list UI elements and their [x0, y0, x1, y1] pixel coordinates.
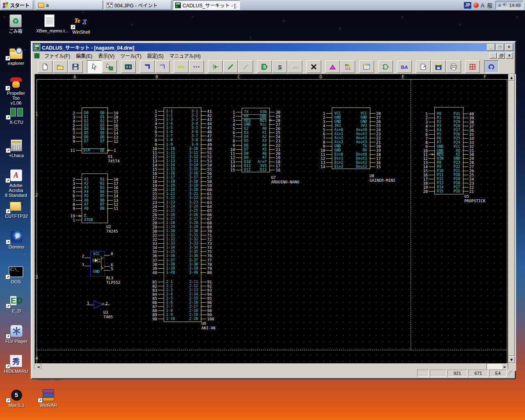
- toolbar-delete-button[interactable]: [306, 60, 321, 73]
- toolbar-draw-dotted-button[interactable]: [189, 60, 204, 73]
- pin-lead: [76, 133, 82, 133]
- taskbar-task-folder-a[interactable]: a: [36, 0, 103, 10]
- menu-item-5[interactable]: マニュアル(H): [167, 51, 203, 60]
- pin-label: 2-12: [164, 284, 198, 288]
- toolbar-undo-button[interactable]: [484, 60, 499, 73]
- titlebar[interactable]: CADLUS_サーキット - [nagasm_04.drw] _ □ ×: [33, 43, 514, 51]
- desktop-icon-e-d[interactable]: ED↗E_D: [3, 294, 30, 313]
- desktop-icon-propeller-tool[interactable]: ↗Propeller Toov1.06: [3, 76, 29, 105]
- close-button[interactable]: ×: [505, 44, 513, 51]
- pin-lead: [201, 215, 206, 215]
- pin-lead: [236, 112, 242, 112]
- toolbar-sheet-grid-button[interactable]: [465, 60, 480, 73]
- tray-collapse-chevron[interactable]: «: [498, 2, 501, 8]
- menu-item-1[interactable]: 編集(E): [73, 51, 95, 60]
- pin-lead: [76, 113, 82, 113]
- pin-label: P19: [434, 177, 460, 181]
- desktop-icon-hidemaru[interactable]: 秀↗HIDEMARU: [3, 354, 29, 374]
- toolbar-draw-wire-thin-button[interactable]: [155, 60, 170, 73]
- desktop-icon-winrar[interactable]: ↗WinRAR: [35, 388, 62, 408]
- toolbar-text-s-button[interactable]: S: [272, 60, 287, 73]
- desktop-icon-max[interactable]: 5↗Max 5.1: [3, 388, 30, 408]
- pin-lead: [158, 153, 164, 153]
- maximize-button[interactable]: □: [496, 44, 504, 51]
- desktop-icon-explorer[interactable]: ↗explorer: [3, 46, 29, 66]
- toolbar-draw-line-thin-button[interactable]: [238, 60, 253, 73]
- toolbar-parts-list-button[interactable]: [359, 60, 374, 73]
- pin-label: 3-20: [164, 188, 198, 192]
- toolbar-draw-wire-button[interactable]: [140, 60, 155, 73]
- pin-number: 3: [78, 262, 84, 267]
- volume-icon[interactable]: [502, 2, 507, 8]
- pin-label: 3-2: [164, 114, 198, 117]
- menu-item-2[interactable]: 表示(V): [95, 51, 117, 60]
- desktop-icon-dos[interactable]: C:\_↗DOS: [3, 265, 29, 284]
- pin-label: Q5: [82, 131, 105, 135]
- toolbar-open-file-button[interactable]: [53, 60, 68, 73]
- desktop-icon-winshell[interactable]: TeX↗WinShell: [68, 15, 94, 34]
- pin-label: 3-37: [164, 258, 198, 262]
- desktop-icon-cuteftp[interactable]: FTP↗CUTFTP32: [3, 199, 30, 219]
- opto-gnd-label: GND: [93, 270, 100, 274]
- ime-mode-indicator[interactable]: A 般: [481, 1, 493, 9]
- ime-ball-icon[interactable]: [473, 2, 479, 8]
- pin-label: 3V3: [332, 124, 367, 128]
- toolbar-select-cursor-button[interactable]: [87, 60, 102, 73]
- shortcut-arrow-icon: ↗: [71, 25, 75, 30]
- pin-lead: [463, 151, 468, 151]
- pin-lead: [429, 187, 434, 187]
- pin-label: A4: [242, 144, 267, 147]
- pin-lead: [463, 191, 468, 192]
- toolbar-signal-flag-button[interactable]: S: [257, 60, 272, 73]
- toolbar-new-file-button[interactable]: [38, 60, 52, 73]
- toolbar-save-block-button[interactable]: [431, 60, 446, 73]
- toolbar-block-attribute-button[interactable]: BA: [397, 60, 412, 73]
- pin-lead: [158, 315, 164, 315]
- toolbar-draw-line-button[interactable]: [223, 60, 238, 73]
- toolbar-print-button[interactable]: [446, 60, 461, 73]
- pin-lead: [370, 138, 375, 138]
- toolbar-grid-settings-button[interactable]: [121, 60, 136, 73]
- taskbar-task-paint[interactable]: 004.JPG - ペイント: [104, 0, 171, 10]
- menu-item-0[interactable]: ファイル(F): [41, 51, 73, 60]
- menu-item-4[interactable]: 設定(S): [144, 51, 167, 60]
- scroll-up-button[interactable]: ▲: [508, 74, 515, 81]
- desktop-icon-flv-player[interactable]: ↗FLV Player: [3, 324, 30, 344]
- desktop-icon-recycle-bin[interactable]: ♻ごみ箱: [2, 14, 29, 34]
- schematic-canvas[interactable]: ABCDEF 1234 2D0Q0193D1Q1184D2Q2175D3Q316…: [35, 74, 508, 363]
- toolbar-junction-button[interactable]: [208, 60, 223, 73]
- component-ref: RL3: [106, 276, 113, 280]
- pin-lead: [158, 157, 164, 157]
- mdi-minimize-button[interactable]: _: [489, 52, 497, 59]
- mdi-close-button[interactable]: ×: [506, 52, 513, 59]
- pin-lead: [158, 227, 164, 227]
- vertical-scroll-thumb[interactable]: [508, 81, 515, 356]
- scroll-down-button[interactable]: ▼: [508, 356, 515, 363]
- ime-jp-indicator[interactable]: JP: [464, 2, 471, 9]
- mdi-restore-button[interactable]: [498, 52, 505, 59]
- pin-number: 48: [207, 138, 212, 142]
- minimize-button[interactable]: _: [487, 44, 495, 51]
- start-button[interactable]: スタート: [1, 0, 33, 10]
- pin-lead: [269, 141, 275, 141]
- toolbar-draw-bus-button[interactable]: [174, 60, 189, 73]
- menu-item-3[interactable]: ツール(T): [117, 51, 144, 60]
- toolbar-save-file-button[interactable]: [68, 60, 83, 73]
- toolbar-gate-tool-button[interactable]: [378, 60, 393, 73]
- toolbar-probe-pins-button[interactable]: [340, 60, 355, 73]
- desktop-icon-acrobat[interactable]: A↗Adobe Acroba8 Standard: [3, 168, 29, 198]
- pin-lead: [429, 114, 434, 114]
- desktop-icon-x-ctu[interactable]: ↗X-CTU: [3, 105, 30, 125]
- toolbar-text-abc-button[interactable]: AbcAbc: [288, 60, 302, 73]
- vertical-scrollbar[interactable]: ▲ ▼: [508, 74, 515, 363]
- toolbar-export-file-button[interactable]: [416, 60, 431, 73]
- desktop-icon-lhaca[interactable]: ↗+Lhaca: [3, 138, 30, 158]
- toolbar-marker-triangle-button[interactable]: [325, 60, 340, 73]
- pin-number: 76: [207, 253, 212, 258]
- resize-grip[interactable]: [508, 370, 514, 376]
- pin-lead: [158, 268, 164, 269]
- taskbar-task-cadlus[interactable]: CADLUS_サーキット - [...: [173, 0, 240, 10]
- toolbar-select-component-button[interactable]: [102, 60, 117, 73]
- desktop-icon-xbee-memo[interactable]: XBee_memo.t...: [36, 14, 62, 33]
- desktop-icon-domino[interactable]: ♪↗Domino: [3, 230, 30, 249]
